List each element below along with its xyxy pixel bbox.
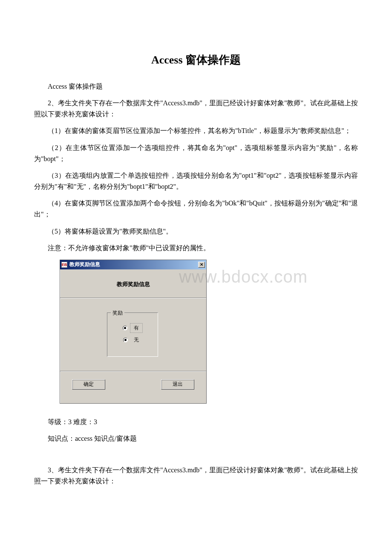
radio-row-1: 有 — [113, 323, 152, 333]
form-footer-section: 确定 退出 — [60, 371, 206, 403]
radio-dot-icon — [124, 339, 127, 341]
radio-label-bopt2: 无 — [130, 335, 142, 344]
q2-item-3: （3）在选项组内放置二个单选按钮控件，选项按钮分别命名为"opt1"和"opt2… — [34, 170, 358, 192]
document-page: Access 窗体操作题 Access 窗体操作题 2、考生文件夹下存在一个数据… — [0, 0, 392, 518]
window-titlebar: EB 教师奖励信息 ✕ — [60, 260, 206, 269]
subtitle-line: Access 窗体操作题 — [34, 81, 358, 92]
radio-opt2[interactable] — [123, 338, 128, 342]
level-line: 等级：3 难度：3 — [34, 416, 358, 428]
page-title: Access 窗体操作题 — [34, 51, 358, 69]
q2-note: 注意：不允许修改窗体对象"教师"中已设置好的属性。 — [34, 243, 358, 254]
spacer — [34, 450, 358, 459]
q3-intro: 3、考生文件夹下存在一个数据库文件"Access3.mdb"，里面已经设计好窗体… — [34, 465, 358, 486]
window-title-text: 教师奖励信息 — [69, 260, 198, 269]
q2-item-4: （4）在窗体页脚节区位置添加两个命令按钮，分别命名为"bOk"和"bQuit"，… — [34, 198, 358, 220]
quit-button[interactable]: 退出 — [161, 379, 194, 390]
radio-row-2: 无 — [113, 335, 152, 344]
ok-button[interactable]: 确定 — [72, 379, 105, 390]
form-icon: EB — [61, 262, 67, 268]
q2-item-5: （5）将窗体标题设置为"教师奖励信息"。 — [34, 226, 358, 237]
q2-item-2: （2）在主体节区位置添加一个选项组控件，将其命名为"opt"，选项组标签显示内容… — [34, 142, 358, 164]
form-detail-section: 奖励 有 无 — [60, 298, 206, 371]
access-form-window: EB 教师奖励信息 ✕ 教师奖励信息 奖励 有 无 — [60, 260, 207, 404]
option-group-opt[interactable]: 奖励 有 无 — [107, 312, 158, 357]
form-header-section: 教师奖励信息 — [60, 269, 206, 298]
radio-dot-icon — [124, 327, 126, 329]
option-group-caption: 奖励 — [111, 309, 124, 317]
close-icon[interactable]: ✕ — [198, 262, 205, 268]
radio-opt1[interactable] — [123, 326, 127, 330]
q2-item-1: （1）在窗体的窗体页眉节区位置添加一个标签控件，其名称为"bTitle"，标题显… — [34, 125, 358, 136]
knowledge-point-line: 知识点：access 知识点/窗体题 — [34, 433, 358, 444]
radio-label-bopt1: 有 — [130, 323, 143, 333]
q2-intro: 2、考生文件夹下存在一个数据库文件"Access3.mdb"，里面已经设计好窗体… — [34, 98, 358, 119]
btitle-label: 教师奖励信息 — [117, 281, 150, 287]
form-screenshot: www.bdocx.com EB 教师奖励信息 ✕ 教师奖励信息 奖励 有 — [60, 260, 358, 404]
